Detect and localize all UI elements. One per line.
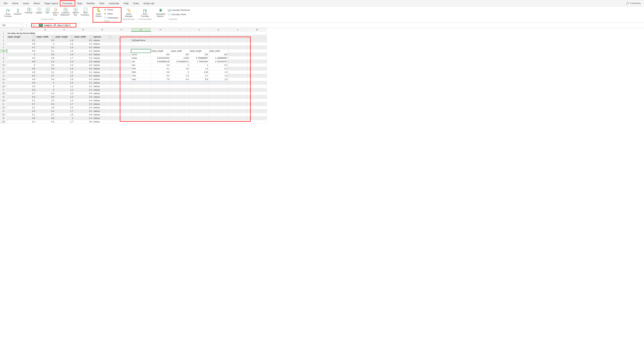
cell-A12[interactable]: 4.9 — [7, 70, 36, 74]
cell-B13[interactable]: 3.7 — [36, 74, 55, 78]
cell-D7[interactable]: 0.2 — [74, 53, 93, 56]
cell-A22[interactable]: 5.1 — [7, 106, 36, 109]
cell-C4[interactable]: 1.4 — [55, 42, 74, 46]
cell-M7[interactable] — [248, 53, 267, 56]
cell-G19[interactable] — [131, 95, 151, 99]
cell-J8[interactable]: 3.758666667 — [190, 56, 209, 60]
cell-L14[interactable] — [228, 78, 248, 81]
cell-D13[interactable]: 0.2 — [74, 74, 93, 78]
row-header-25[interactable]: 25 — [0, 117, 7, 120]
cell-J26[interactable] — [190, 120, 209, 124]
cell-D22[interactable]: 0.3 — [74, 106, 93, 109]
column-header-L[interactable]: L — [228, 28, 248, 31]
cell-G20[interactable] — [131, 99, 151, 102]
cell-L16[interactable] — [228, 85, 248, 88]
cell-F6[interactable] — [112, 49, 131, 53]
lookup-ref-button[interactable]: 🔍Lookup &Reference — [60, 7, 72, 16]
cell-B16[interactable]: 3 — [36, 85, 55, 88]
tab-file[interactable]: File — [1, 1, 10, 6]
cell-K12[interactable]: 1.3 — [209, 70, 228, 74]
filter-button-species[interactable]: ▾ — [109, 36, 111, 38]
column-header-B[interactable]: B — [36, 28, 55, 31]
cell-C21[interactable]: 1.7 — [55, 102, 74, 106]
cell-C8[interactable]: 1.7 — [55, 56, 74, 60]
cell-C22[interactable]: 1.5 — [55, 106, 74, 109]
cell-F1[interactable] — [112, 31, 131, 35]
name-manager-button[interactable]: 🏷️NameManager — [124, 7, 134, 18]
row-header-15[interactable]: 15 — [0, 81, 7, 85]
cell-L3[interactable] — [228, 39, 248, 42]
cell-E21[interactable]: setosa — [93, 102, 112, 106]
more-functions-button[interactable]: ⋯MoreFunctions — [80, 7, 91, 16]
cell-B25[interactable]: 3.6 — [36, 117, 55, 120]
cell-J10[interactable]: 1 — [190, 63, 209, 67]
cell-F7[interactable] — [112, 53, 131, 56]
cell-J11[interactable]: 1.6 — [190, 67, 209, 70]
cell-A8[interactable]: 5.4 — [7, 56, 36, 60]
tab-page-layout[interactable]: Page Layout — [42, 1, 60, 6]
cell-H17[interactable] — [151, 88, 170, 92]
cell-H6[interactable]: sepal_length — [151, 49, 170, 53]
cell-M14[interactable] — [248, 78, 267, 81]
cell-J4[interactable] — [190, 42, 209, 46]
column-header-J[interactable]: J — [190, 28, 209, 31]
cell-E25[interactable]: setosa — [93, 117, 112, 120]
cell-D14[interactable]: 0.2 — [74, 78, 93, 81]
cell-A4[interactable]: 4.9 — [7, 42, 36, 46]
cell-C18[interactable]: 1.5 — [55, 92, 74, 95]
cell-C14[interactable]: 1.6 — [55, 78, 74, 81]
cell-M21[interactable] — [248, 102, 267, 106]
cell-G13[interactable]: 75% — [131, 74, 151, 78]
autosum-button[interactable]: ∑AutoSum — [12, 7, 24, 16]
cell-C6[interactable]: 1.5 — [55, 49, 74, 53]
cell-I23[interactable] — [170, 109, 190, 113]
cell-D6[interactable]: 0.2 — [74, 49, 93, 53]
cell-D8[interactable]: 0.4 — [74, 56, 93, 60]
tab-insert[interactable]: Insert — [20, 1, 31, 6]
cell-D19[interactable]: 0.4 — [74, 95, 93, 99]
row-header-23[interactable]: 23 — [0, 109, 7, 113]
cell-D11[interactable]: 0.2 — [74, 67, 93, 70]
cell-B22[interactable]: 3.8 — [36, 106, 55, 109]
cell-A11[interactable]: 4.4 — [7, 67, 36, 70]
cell-H23[interactable] — [151, 109, 170, 113]
cell-G14[interactable]: max — [131, 78, 151, 81]
cell-H21[interactable] — [151, 102, 170, 106]
cell-C10[interactable]: 1.5 — [55, 63, 74, 67]
cell-F14[interactable] — [112, 78, 131, 81]
cell-M5[interactable] — [248, 46, 267, 49]
row-header-8[interactable]: 8 — [0, 56, 7, 60]
cell-H13[interactable]: 6.4 — [151, 74, 170, 78]
cell-H24[interactable] — [151, 113, 170, 117]
filter-button-petal_length[interactable]: ▾ — [71, 36, 73, 38]
cell-L8[interactable] — [228, 56, 248, 60]
cell-M10[interactable] — [248, 63, 267, 67]
cell-D1[interactable] — [74, 31, 93, 35]
cell-H5[interactable] — [151, 46, 170, 49]
cell-C20[interactable]: 1.4 — [55, 99, 74, 102]
cell-A20[interactable]: 5.1 — [7, 99, 36, 102]
cell-L24[interactable] — [228, 113, 248, 117]
cell-G10[interactable]: min — [131, 63, 151, 67]
reset-button[interactable]: ↺Reset ˅ — [102, 8, 119, 11]
date-time-button[interactable]: 🕐Date &Time — [52, 7, 60, 16]
cell-I20[interactable] — [170, 99, 190, 102]
cell-A25[interactable]: 4.6 — [7, 117, 36, 120]
cell-A13[interactable]: 5.4 — [7, 74, 36, 78]
cell-A21[interactable]: 5.7 — [7, 102, 36, 106]
cell-K8[interactable]: 1.198666667 — [209, 56, 228, 60]
cell-B17[interactable]: 4 — [36, 88, 55, 92]
row-header-9[interactable]: 9 — [0, 60, 7, 63]
cell-M6[interactable] — [248, 49, 267, 53]
cell-C13[interactable]: 1.5 — [55, 74, 74, 78]
cell-I14[interactable]: 4.4 — [170, 78, 190, 81]
tab-script-lab[interactable]: Script Lab — [141, 1, 156, 6]
cell-F2[interactable] — [112, 35, 131, 39]
cell-J12[interactable]: 4.35 — [190, 70, 209, 74]
cell-M16[interactable] — [248, 85, 267, 88]
cell-A6[interactable]: 4.6 — [7, 49, 36, 53]
column-header-I[interactable]: I — [170, 28, 190, 31]
cell-L6[interactable] — [228, 49, 248, 53]
cell-E6[interactable]: setosa — [93, 49, 112, 53]
cell-E14[interactable]: setosa — [93, 78, 112, 81]
